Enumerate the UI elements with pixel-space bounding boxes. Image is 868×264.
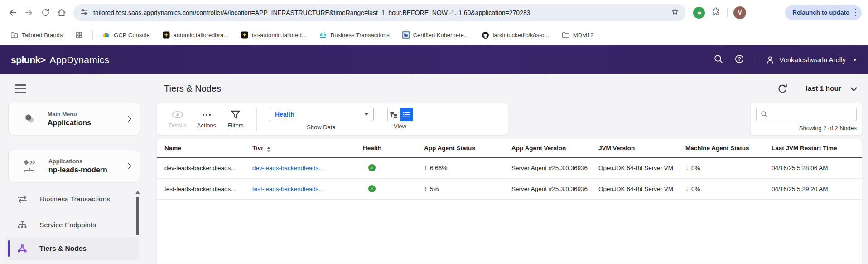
refresh-icon[interactable]: [776, 83, 789, 95]
show-data-value: Health: [275, 111, 294, 118]
sidebar-scrollbar[interactable]: [136, 197, 139, 235]
back-icon[interactable]: [5, 5, 21, 21]
user-caret-icon: [853, 59, 857, 61]
sidebar-item-business-transactions[interactable]: Business Transactions: [5, 191, 140, 208]
bookmark-apps-grid-icon[interactable]: [75, 31, 83, 39]
user-menu[interactable]: Venkateshwarlu Arelly: [765, 55, 857, 65]
main-menu-title: Applications: [48, 119, 91, 127]
search-panel: Showing 2 of 2 Nodes: [750, 103, 863, 135]
tier-link[interactable]: dev-leads-backendleads...: [252, 165, 324, 171]
browser-profile-avatar[interactable]: V: [733, 6, 746, 19]
col-jvm-version[interactable]: JVM Version: [598, 139, 685, 157]
col-tier[interactable]: Tier: [252, 139, 363, 157]
actions-button[interactable]: Actions: [192, 109, 221, 129]
application-card[interactable]: Applications np-leads-modern: [8, 150, 140, 182]
site-info-icon[interactable]: [80, 7, 89, 18]
health-ok-icon: [368, 185, 376, 192]
bookmark-tst-automic[interactable]: tst-automic.tailored...: [241, 31, 307, 39]
bookmark-folder-tailored-brands[interactable]: Tailored Brands: [10, 31, 63, 39]
time-range-selector[interactable]: last 1 hour: [806, 84, 841, 93]
sidebar-divider: [8, 144, 140, 144]
page-title: Tiers & Nodes: [164, 83, 221, 94]
col-last-jvm-restart[interactable]: Last JVM Restart Time: [772, 139, 862, 157]
col-health[interactable]: Health: [363, 139, 424, 157]
automic-icon: [241, 31, 249, 39]
show-data-dropdown[interactable]: Health: [269, 108, 374, 121]
url-bar[interactable]: tailored-test.saas.appdynamics.com/contr…: [73, 4, 686, 21]
last-jvm-restart-time: 04/16/25 5:29:20 AM: [772, 178, 862, 199]
app-agent-version: Server Agent #25.3.0.36936: [511, 165, 588, 171]
eye-icon: [171, 109, 184, 121]
hamburger-menu-icon[interactable]: [15, 84, 26, 93]
gcp-icon: [102, 31, 111, 39]
search-input[interactable]: [771, 111, 853, 118]
app-agent-version: Server Agent #25.3.0.36936: [511, 186, 588, 192]
list-view-button[interactable]: [400, 108, 413, 121]
splunk-appdynamics-logo[interactable]: splunk> AppDynamics: [11, 54, 109, 65]
folder-icon: [561, 31, 570, 39]
bookmark-star-icon[interactable]: [670, 7, 680, 18]
bookmark-folder-mdm12[interactable]: MDM12: [561, 31, 594, 39]
machine-agent-status: 0%: [685, 165, 700, 171]
bookmark-github-k8s[interactable]: larkintuckerllc/k8s-c...: [481, 31, 549, 39]
chevron-right-icon: [125, 162, 134, 170]
sidebar-item-service-endpoints[interactable]: Service Endpoints: [5, 216, 140, 234]
machine-agent-status: 0%: [685, 186, 700, 192]
sidebar-item-label: Business Transactions: [40, 195, 110, 203]
pulse-bars-icon: [319, 31, 328, 39]
forward-icon[interactable]: [21, 5, 37, 21]
sidebar-item-label: Tiers & Nodes: [39, 244, 87, 253]
node-name: dev-leads-backendleads...: [157, 157, 252, 178]
details-label: Details: [169, 122, 187, 129]
filters-button[interactable]: Filters: [221, 109, 250, 129]
col-app-agent-status[interactable]: App Agent Status: [424, 139, 511, 157]
tiers-nodes-icon: [17, 243, 28, 254]
bookmark-certified-kubernetes[interactable]: Certified Kubernete...: [402, 31, 469, 39]
show-data-label: Show Data: [307, 124, 336, 131]
sidebar-scroll-up-arrow[interactable]: [135, 191, 140, 194]
sort-icon[interactable]: [267, 147, 270, 152]
chevron-right-icon: [125, 115, 134, 123]
tier-link[interactable]: test-leads-backendleads...: [252, 186, 324, 192]
main-pane: Tiers & Nodes last 1 hour Details Action…: [146, 74, 868, 264]
jvm-version: OpenJDK 64-Bit Server VM: [598, 157, 685, 178]
bookmark-business-transactions[interactable]: Business Transactions: [319, 31, 390, 39]
extensions-puzzle-icon[interactable]: [711, 6, 721, 19]
reload-icon[interactable]: [37, 5, 53, 21]
browser-menu-icon[interactable]: [853, 9, 858, 16]
nodes-table-panel: Name Tier Health App Agent Status App Ag…: [156, 139, 863, 264]
search-icon: [760, 110, 768, 118]
sidebar-item-tiers-nodes[interactable]: Tiers & Nodes: [5, 237, 140, 260]
col-name[interactable]: Name: [157, 139, 252, 157]
time-range-caret-icon[interactable]: [850, 84, 858, 91]
tree-view-button[interactable]: [387, 108, 400, 121]
home-icon[interactable]: [53, 5, 70, 21]
search-icon[interactable]: [713, 54, 724, 66]
application-title: np-leads-modern: [48, 166, 107, 174]
appdynamics-header: splunk> AppDynamics ? Venkateshwarlu Are…: [0, 45, 868, 74]
help-icon[interactable]: ?: [734, 54, 745, 66]
col-machine-agent-status[interactable]: Machine Agent Status: [685, 139, 772, 157]
node-search[interactable]: [756, 108, 857, 121]
toolbar-divider: [256, 108, 257, 130]
app-agent-status: 6.66%: [424, 165, 447, 171]
assistant-extension-icon[interactable]: [693, 7, 705, 19]
table-row[interactable]: dev-leads-backendleads... dev-leads-back…: [157, 157, 862, 178]
jvm-version: OpenJDK 64-Bit Server VM: [598, 178, 685, 199]
relaunch-to-update-button[interactable]: Relaunch to update: [785, 5, 862, 20]
app-agent-status: 5%: [424, 186, 439, 192]
person-icon: [765, 55, 775, 65]
url-text[interactable]: tailored-test.saas.appdynamics.com/contr…: [93, 9, 670, 16]
applications-hexagon-icon: [22, 112, 37, 126]
bookmark-automic[interactable]: automic.tailoredbra...: [162, 31, 228, 39]
table-row[interactable]: test-leads-backendleads... test-leads-ba…: [157, 178, 862, 199]
business-transactions-icon: [17, 194, 28, 205]
funnel-icon: [230, 109, 241, 121]
bookmarks-bar: Tailored Brands GCP Console automic.tail…: [0, 25, 868, 45]
main-menu-card[interactable]: Main Menu Applications: [8, 103, 140, 135]
details-button[interactable]: Details: [163, 109, 192, 129]
bookmark-gcp-console[interactable]: GCP Console: [102, 31, 149, 39]
col-app-agent-version[interactable]: App Agent Version: [511, 139, 598, 157]
splunk-logo: splunk>: [11, 54, 45, 65]
automic-icon: [162, 31, 170, 39]
